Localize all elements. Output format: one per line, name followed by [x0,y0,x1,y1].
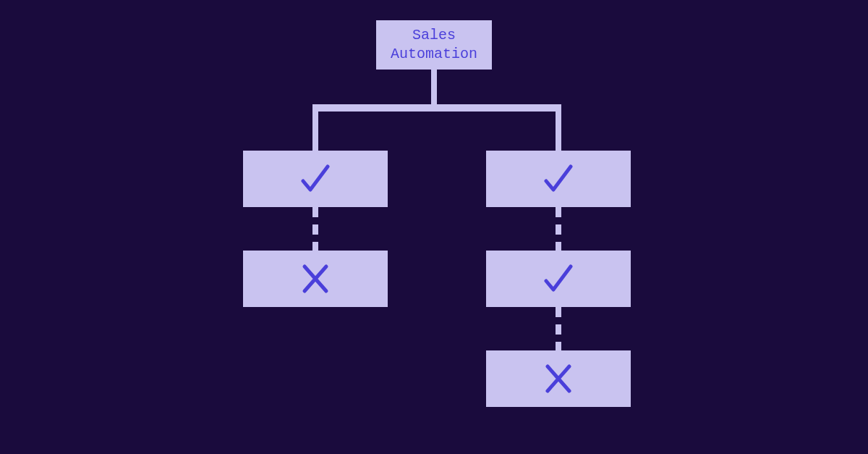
left-node-1 [243,151,388,207]
right-node-3 [486,350,631,407]
connector-left-down [312,104,318,151]
root-node: Sales Automation [376,20,492,70]
left-node-2 [243,251,388,307]
connector-right-down [556,104,561,151]
root-label: Sales Automation [391,26,477,64]
connector-right-dashed-1 [556,207,561,251]
check-icon [540,161,576,197]
connector-horizontal [312,104,561,112]
check-icon [297,161,333,197]
connector-left-dashed-1 [312,207,318,251]
connector-right-dashed-2 [556,307,561,350]
right-node-2 [486,251,631,307]
x-icon [540,361,576,397]
check-icon [540,261,576,297]
right-node-1 [486,151,631,207]
flowchart-diagram: Sales Automation [0,0,868,454]
connector-root-down [431,70,437,104]
x-icon [297,261,333,297]
